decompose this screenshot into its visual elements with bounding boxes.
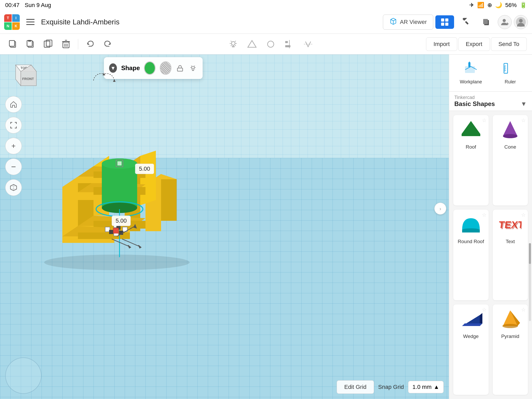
workplane-tool[interactable]: Workplane <box>453 59 489 87</box>
import-button[interactable]: Import <box>426 37 457 51</box>
round-roof-favorite[interactable]: ☆ <box>482 212 487 218</box>
shape-solid-button[interactable] <box>144 61 156 75</box>
project-title: Exquisite Lahdi-Amberis <box>41 18 379 26</box>
svg-marker-88 <box>128 245 131 248</box>
shape-item-roof[interactable]: ☆ Roof <box>453 115 489 205</box>
logo-t: T <box>4 14 12 22</box>
undo-button[interactable] <box>82 36 98 52</box>
shape-item-cone[interactable]: ☆ Cone <box>493 115 528 205</box>
snap-grid-select[interactable]: 1.0 mm ▲ <box>408 381 444 393</box>
text-label: Text <box>506 239 515 244</box>
delete-toolbar-button[interactable] <box>58 36 74 52</box>
basic-shapes-row: Basic Shapes ▼ <box>454 100 527 108</box>
add-person-button[interactable] <box>498 15 512 29</box>
hamburger-line-2 <box>26 22 35 22</box>
svg-rect-84 <box>113 228 118 233</box>
3d-view-button[interactable] <box>5 179 22 196</box>
ruler-label: Ruler <box>505 79 516 85</box>
ar-viewer-label: AR Viewer <box>400 19 427 25</box>
viewport-3d[interactable]: TOP FRONT + <box>0 55 449 399</box>
ruler-icon <box>503 61 517 77</box>
svg-rect-28 <box>285 41 288 43</box>
svg-rect-49 <box>161 179 177 221</box>
shape-item-round-roof[interactable]: ☆ Round Roof <box>453 210 489 300</box>
cone-favorite[interactable]: ☆ <box>521 117 526 123</box>
3d-object <box>26 86 208 273</box>
snap-grid-arrow: ▲ <box>434 384 439 390</box>
svg-point-38 <box>192 66 194 69</box>
circle-toolbar-button[interactable] <box>263 37 278 51</box>
pyramid-label: Pyramid <box>501 334 519 339</box>
svg-text:FRONT: FRONT <box>22 77 34 81</box>
toolbar-center <box>118 37 424 51</box>
hamburger-menu-button[interactable] <box>24 16 37 29</box>
right-panel: Workplane Ruler Ti <box>449 55 532 399</box>
svg-marker-104 <box>503 121 517 136</box>
send-to-button[interactable]: Send To <box>491 37 527 51</box>
svg-point-27 <box>268 41 274 47</box>
shape-lock-icon[interactable] <box>176 63 184 73</box>
round-roof-visual <box>459 213 483 236</box>
scroll-thumb <box>529 243 531 264</box>
shape-panel-collapse[interactable]: ▼ <box>109 63 117 73</box>
text-favorite[interactable]: ☆ <box>521 212 526 218</box>
svg-rect-2 <box>441 23 444 26</box>
plus-icon: + <box>11 142 16 150</box>
svg-rect-37 <box>177 68 183 71</box>
svg-rect-0 <box>441 18 444 22</box>
hamburger-line-3 <box>26 24 35 25</box>
svg-rect-14 <box>9 41 15 46</box>
zoom-in-button[interactable]: + <box>5 138 22 154</box>
toolbar-right: Import Export Send To <box>426 37 527 51</box>
grid-view-button[interactable] <box>435 15 454 29</box>
shape-item-text[interactable]: ☆ TEXT TEXT Text <box>493 210 528 300</box>
redo-button[interactable] <box>100 36 116 52</box>
mirror-toolbar-button[interactable] <box>301 37 315 51</box>
hamburger-line-1 <box>26 19 35 20</box>
panel-tools: Workplane Ruler <box>449 55 532 92</box>
svg-rect-103 <box>462 134 480 136</box>
svg-rect-7 <box>483 19 488 24</box>
wedge-favorite[interactable]: ☆ <box>482 307 487 313</box>
round-roof-label: Round Roof <box>458 239 484 244</box>
airplane-icon: ✈ <box>469 2 474 9</box>
hammer-button[interactable] <box>456 15 475 29</box>
fullscreen-button[interactable] <box>5 117 22 134</box>
svg-rect-4 <box>465 21 469 24</box>
align-toolbar-button[interactable] <box>282 37 297 51</box>
snap-grid-label: Snap Grid <box>378 384 404 390</box>
cone-visual <box>498 118 522 142</box>
nav-right: AR Viewer <box>383 15 528 30</box>
joystick-circle[interactable] <box>5 357 42 394</box>
shape-hole-button[interactable] <box>160 61 171 75</box>
shape-toolbar-button[interactable] <box>245 37 259 51</box>
panel-next-arrow[interactable]: › <box>434 203 446 215</box>
copy-button[interactable] <box>477 15 496 29</box>
logo-k: K <box>12 22 20 30</box>
panel-library-header: Tinkercad Basic Shapes ▼ <box>449 92 532 111</box>
wifi-icon: 📶 <box>477 2 484 9</box>
zoom-out-button[interactable]: − <box>5 158 22 175</box>
shape-item-pyramid[interactable]: ☆ Pyramid <box>493 304 528 395</box>
paste-toolbar-button[interactable] <box>23 36 38 52</box>
user-avatar[interactable] <box>514 15 528 29</box>
top-nav: T I N K Exquisite Lahdi-Amberis AR Viewe… <box>0 10 532 34</box>
shape-item-wedge[interactable]: ☆ Wedge <box>453 304 489 395</box>
copy-toolbar-button[interactable] <box>5 36 21 52</box>
bottom-controls: Edit Grid Snap Grid 1.0 mm ▲ <box>337 380 444 394</box>
library-dropdown-arrow[interactable]: ▼ <box>521 100 527 108</box>
pyramid-favorite[interactable]: ☆ <box>521 307 526 313</box>
ar-viewer-button[interactable]: AR Viewer <box>383 15 433 30</box>
shape-light-icon[interactable] <box>189 63 197 73</box>
logo-n: N <box>4 22 12 30</box>
edit-grid-button[interactable]: Edit Grid <box>337 380 374 394</box>
svg-line-89 <box>122 239 140 247</box>
status-time: 00:47 <box>5 2 19 9</box>
pyramid-visual <box>498 308 522 331</box>
home-view-button[interactable] <box>5 96 22 113</box>
export-button[interactable]: Export <box>458 37 490 51</box>
light-toolbar-button[interactable] <box>226 37 241 51</box>
ruler-tool[interactable]: Ruler <box>493 59 528 87</box>
roof-favorite[interactable]: ☆ <box>482 117 487 123</box>
duplicate-toolbar-button[interactable] <box>41 36 56 52</box>
